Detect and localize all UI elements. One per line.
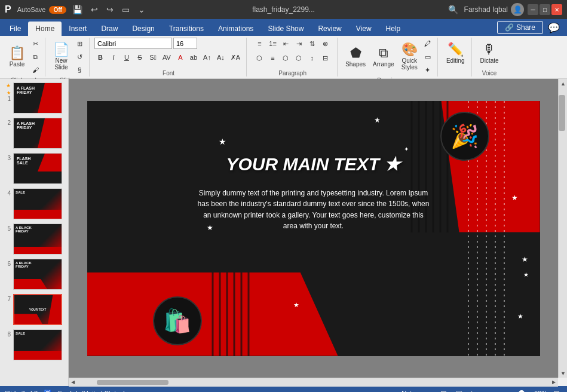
undo-icon[interactable]: ↩ <box>88 4 100 16</box>
shape-effects-button[interactable]: ✦ <box>422 64 434 76</box>
close-button[interactable]: ✕ <box>551 4 562 15</box>
slide-item-4[interactable]: 4 SALE <box>2 187 66 220</box>
v-scrollbar: ▲ ▼ <box>558 79 567 378</box>
normal-view-button[interactable]: ▭ <box>422 388 434 393</box>
present-icon[interactable]: ▭ <box>119 4 132 16</box>
star-9: ★ <box>522 255 528 264</box>
autosave-badge[interactable]: Off <box>49 6 66 14</box>
paste-icon: 📋 <box>9 47 25 60</box>
align-right-button[interactable]: ⬡ <box>280 52 292 64</box>
italic-button[interactable]: I <box>108 51 119 63</box>
increase-indent-button[interactable]: ⇥ <box>293 38 305 50</box>
columns-button[interactable]: ⊟ <box>319 52 331 64</box>
slide-item-8[interactable]: 8 SALE <box>2 328 66 362</box>
tab-slideshow[interactable]: Slide Show <box>260 22 311 36</box>
highlight-button[interactable]: ab <box>188 51 200 63</box>
more-tools-icon[interactable]: ⌄ <box>136 4 148 16</box>
accessibility-icon: ♿ <box>44 390 52 393</box>
layout-button[interactable]: ⊞ <box>73 38 85 50</box>
slide-num-1: 1 <box>4 90 11 102</box>
tab-insert[interactable]: Insert <box>62 22 94 36</box>
reading-view-button[interactable]: ▤ <box>453 388 465 393</box>
share-button[interactable]: 🔗 Share <box>497 21 543 34</box>
font-size-down-button[interactable]: A↓ <box>214 51 227 63</box>
font-color-button[interactable]: A <box>174 51 186 63</box>
v-scroll-up-button[interactable]: ▲ <box>559 79 567 88</box>
autosave-label: AutoSave <box>17 6 46 13</box>
cut-button[interactable]: ✂ <box>29 38 41 50</box>
h-scroll-thumb[interactable] <box>97 380 168 385</box>
convert-to-smartart-button[interactable]: ⊗ <box>320 38 332 50</box>
dictate-button[interactable]: 🎙 Dictate <box>477 38 501 69</box>
tab-design[interactable]: Design <box>125 22 161 36</box>
drawing-content: ⬟ Shapes ⧉ Arrange 🎨 QuickStyles 🖍 ▭ ✦ <box>342 38 434 76</box>
comment-icon[interactable]: 💬 <box>543 20 565 36</box>
align-left-button[interactable]: ⬡ <box>253 52 265 64</box>
voice-label: Voice <box>482 69 496 76</box>
window-controls: ─ □ ✕ <box>528 4 562 15</box>
section-button[interactable]: § <box>73 64 85 76</box>
copy-button[interactable]: ⧉ <box>29 51 41 63</box>
maximize-button[interactable]: □ <box>540 4 550 15</box>
font-size-up-button[interactable]: A↑ <box>201 51 213 63</box>
tab-animations[interactable]: Animations <box>211 22 260 36</box>
decrease-indent-button[interactable]: ⇤ <box>280 38 292 50</box>
slideshow-button[interactable]: ▶ <box>468 388 479 393</box>
v-scroll-down-button[interactable]: ▼ <box>559 369 567 378</box>
numbering-button[interactable]: 1≡ <box>266 38 279 50</box>
tab-draw[interactable]: Draw <box>94 22 125 36</box>
editing-button[interactable]: ✏️ Editing <box>443 38 468 69</box>
shadow-button[interactable]: S⃞ <box>147 51 159 63</box>
status-left: Slide 7 of 8 ♿ English (United States) <box>5 390 125 393</box>
font-size-input[interactable] <box>173 38 197 49</box>
strikethrough-button[interactable]: S <box>134 51 146 63</box>
tab-home[interactable]: Home <box>28 22 62 36</box>
slide-thumb-8: SALE <box>13 329 62 360</box>
align-center-button[interactable]: ≡ <box>266 52 278 64</box>
tab-review[interactable]: Review <box>311 22 348 36</box>
voice-content: 🎙 Dictate <box>477 38 501 69</box>
bold-button[interactable]: B <box>94 51 106 63</box>
slide-item-7[interactable]: 7 YOUR TEXT <box>2 293 66 326</box>
line-spacing-button[interactable]: ↕ <box>306 52 318 64</box>
slide-item-6[interactable]: 6 A BLACKFRIDAY <box>2 258 66 291</box>
arrange-button[interactable]: ⧉ Arrange <box>370 41 397 72</box>
reset-button[interactable]: ↺ <box>73 51 85 63</box>
fit-slide-button[interactable]: ⊡ <box>551 388 562 393</box>
v-scroll-thumb[interactable] <box>559 95 565 131</box>
slide-sorter-button[interactable]: ⊞ <box>438 388 449 393</box>
slide-item-5[interactable]: 5 A BLACKFRIDAY <box>2 222 66 256</box>
clear-format-button[interactable]: ✗A <box>228 51 243 63</box>
tab-view[interactable]: View <box>349 22 379 36</box>
save-icon[interactable]: 💾 <box>70 4 85 16</box>
slide-thumb-6: A BLACKFRIDAY <box>13 259 62 290</box>
shapes-button[interactable]: ⬟ Shapes <box>342 41 369 72</box>
justify-button[interactable]: ⬡ <box>293 52 305 64</box>
quick-styles-button[interactable]: 🎨 QuickStyles <box>399 41 421 72</box>
redo-icon[interactable]: ↪ <box>104 4 116 16</box>
notes-button[interactable]: Notes <box>402 390 419 392</box>
shape-fill-button[interactable]: 🖍 <box>422 38 434 50</box>
minimize-button[interactable]: ─ <box>528 4 538 15</box>
slide-body-text: Simply dummy text of the printing and ty… <box>197 188 430 232</box>
format-painter-button[interactable]: 🖌 <box>29 64 41 76</box>
username: Farshad Iqbal <box>464 5 508 14</box>
search-icon[interactable]: 🔍 <box>446 4 461 16</box>
new-slide-button[interactable]: 📄 NewSlide <box>50 41 72 72</box>
underline-button[interactable]: U <box>121 51 133 63</box>
slide-item-1[interactable]: ★ 1 A FLASHFRIDAY <box>2 81 66 115</box>
tab-file[interactable]: File <box>2 22 28 36</box>
tab-transitions[interactable]: Transitions <box>162 22 211 36</box>
slide-canvas[interactable]: 🎉 ★ ★ ✦ ★ ★ ★ ★ ★ ★ ★ YOUR MAIN TEXT ★ S… <box>87 101 540 356</box>
paste-button[interactable]: 📋 Paste <box>6 41 28 72</box>
bullets-button[interactable]: ≡ <box>253 38 265 50</box>
h-scroll-right-button[interactable]: ▶ <box>550 378 558 387</box>
text-direction-button[interactable]: ⇅ <box>307 38 318 50</box>
slide-item-2[interactable]: 2 A FLASHFRIDAY <box>2 117 66 150</box>
char-spacing-button[interactable]: AV <box>160 51 173 63</box>
slide-item-3[interactable]: 3 FLASHSALE <box>2 152 66 185</box>
font-name-input[interactable] <box>94 38 172 49</box>
h-scroll-left-button[interactable]: ◀ <box>69 378 77 387</box>
tab-help[interactable]: Help <box>379 22 408 36</box>
shape-outline-button[interactable]: ▭ <box>422 51 434 63</box>
